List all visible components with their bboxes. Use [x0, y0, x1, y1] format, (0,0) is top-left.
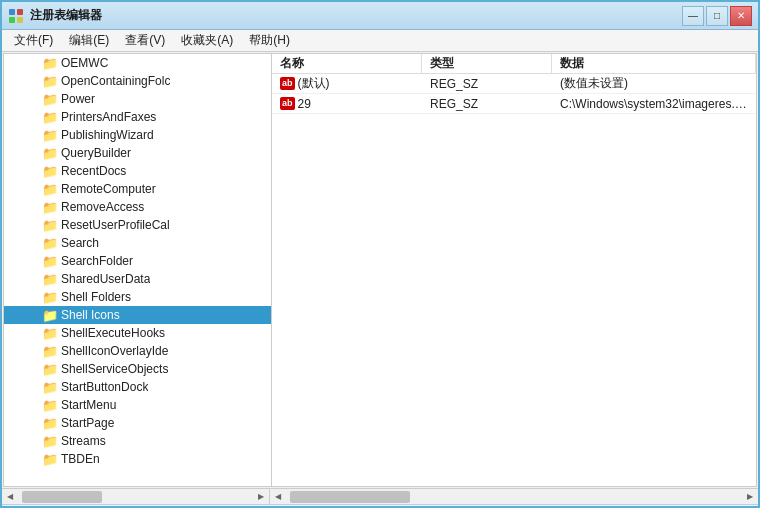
main-area: OEMWCOpenContainingFolcPowerPrintersAndF… — [3, 53, 757, 487]
tree-item[interactable]: TBDEn — [4, 450, 271, 468]
tree-item[interactable]: StartMenu — [4, 396, 271, 414]
tree-item[interactable]: ShellServiceObjects — [4, 360, 271, 378]
tree-item-label: SearchFolder — [61, 254, 133, 268]
rows-container: ab(默认)REG_SZ(数值未设置)ab29REG_SZC:\Windows\… — [272, 74, 756, 114]
table-row[interactable]: ab(默认)REG_SZ(数值未设置) — [272, 74, 756, 94]
folder-icon — [42, 217, 58, 233]
tree-item[interactable]: QueryBuilder — [4, 144, 271, 162]
tree-item[interactable]: Power — [4, 90, 271, 108]
right-scroll-track[interactable]: ◀ ▶ — [270, 489, 758, 504]
cell-type: REG_SZ — [422, 77, 552, 91]
window-title: 注册表编辑器 — [30, 7, 102, 24]
tree-expand-icon — [28, 416, 42, 430]
menu-file[interactable]: 文件(F) — [6, 30, 61, 51]
tree-item[interactable]: OpenContainingFolc — [4, 72, 271, 90]
tree-expand-icon — [28, 110, 42, 124]
tree-item[interactable]: StartButtonDock — [4, 378, 271, 396]
tree-item-label: RemoteComputer — [61, 182, 156, 196]
tree-item-label: Shell Folders — [61, 290, 131, 304]
folder-icon — [42, 163, 58, 179]
scroll-right-arrow2[interactable]: ▶ — [742, 489, 758, 504]
tree-panel[interactable]: OEMWCOpenContainingFolcPowerPrintersAndF… — [4, 54, 272, 486]
menu-edit[interactable]: 编辑(E) — [61, 30, 117, 51]
app-window: 注册表编辑器 — □ ✕ 文件(F) 编辑(E) 查看(V) 收藏夹(A) 帮助… — [0, 0, 760, 508]
tree-item[interactable]: SearchFolder — [4, 252, 271, 270]
folder-icon — [42, 289, 58, 305]
folder-icon — [42, 73, 58, 89]
menu-favorites[interactable]: 收藏夹(A) — [173, 30, 241, 51]
tree-item[interactable]: RemoteComputer — [4, 180, 271, 198]
right-scroll-thumb[interactable] — [290, 491, 410, 503]
tree-expand-icon — [28, 308, 42, 322]
tree-item[interactable]: StartPage — [4, 414, 271, 432]
tree-scroll-track[interactable]: ◀ ▶ — [2, 489, 269, 504]
tree-item[interactable]: SharedUserData — [4, 270, 271, 288]
tree-expand-icon — [28, 146, 42, 160]
tree-item-label: Streams — [61, 434, 106, 448]
svg-rect-0 — [9, 9, 15, 15]
right-hscrollbar[interactable]: ◀ ▶ — [270, 489, 758, 504]
col-data[interactable]: 数据 — [552, 54, 756, 73]
folder-icon — [42, 343, 58, 359]
folder-icon — [42, 271, 58, 287]
right-body: ab(默认)REG_SZ(数值未设置)ab29REG_SZC:\Windows\… — [272, 74, 756, 486]
tree-item[interactable]: RecentDocs — [4, 162, 271, 180]
scroll-left-arrow2[interactable]: ◀ — [270, 489, 286, 504]
tree-item-label: OEMWC — [61, 56, 108, 70]
cell-data: C:\Windows\system32\imageres.dll,197 — [552, 97, 756, 111]
window-controls: — □ ✕ — [682, 6, 752, 26]
folder-icon — [42, 415, 58, 431]
tree-expand-icon — [28, 452, 42, 466]
cell-data: (数值未设置) — [552, 75, 756, 92]
folder-icon — [42, 325, 58, 341]
tree-item[interactable]: ShellIconOverlayIde — [4, 342, 271, 360]
tree-item-label: ShellExecuteHooks — [61, 326, 165, 340]
tree-item[interactable]: Shell Folders — [4, 288, 271, 306]
menu-view[interactable]: 查看(V) — [117, 30, 173, 51]
tree-item[interactable]: OEMWC — [4, 54, 271, 72]
folder-icon — [42, 361, 58, 377]
col-name[interactable]: 名称 — [272, 54, 422, 73]
scroll-right-arrow[interactable]: ▶ — [253, 489, 269, 504]
maximize-button[interactable]: □ — [706, 6, 728, 26]
tree-item[interactable]: ShellExecuteHooks — [4, 324, 271, 342]
menu-help[interactable]: 帮助(H) — [241, 30, 298, 51]
tree-item[interactable]: ResetUserProfileCal — [4, 216, 271, 234]
scroll-left-arrow[interactable]: ◀ — [2, 489, 18, 504]
col-type[interactable]: 类型 — [422, 54, 552, 73]
tree-hscrollbar[interactable]: ◀ ▶ — [2, 489, 270, 504]
tree-expand-icon — [28, 254, 42, 268]
tree-expand-icon — [28, 74, 42, 88]
tree-item-label: Power — [61, 92, 95, 106]
tree-expand-icon — [28, 272, 42, 286]
tree-item-label: TBDEn — [61, 452, 100, 466]
folder-icon — [42, 181, 58, 197]
tree-item-label: RecentDocs — [61, 164, 126, 178]
tree-item[interactable]: PrintersAndFaxes — [4, 108, 271, 126]
tree-item[interactable]: Shell Icons — [4, 306, 271, 324]
tree-container: OEMWCOpenContainingFolcPowerPrintersAndF… — [4, 54, 271, 468]
folder-icon — [42, 253, 58, 269]
folder-icon — [42, 91, 58, 107]
status-bar: 计算机\HKEY_LOCAL_MACHINE\SOFTWARE\Microsof… — [2, 504, 758, 508]
title-bar-left: 注册表编辑器 — [8, 7, 102, 24]
tree-expand-icon — [28, 362, 42, 376]
tree-item[interactable]: RemoveAccess — [4, 198, 271, 216]
cell-name: ab(默认) — [272, 75, 422, 92]
tree-item-label: ResetUserProfileCal — [61, 218, 170, 232]
tree-item[interactable]: Streams — [4, 432, 271, 450]
tree-item-label: PublishingWizard — [61, 128, 154, 142]
folder-icon — [42, 109, 58, 125]
tree-item[interactable]: Search — [4, 234, 271, 252]
title-bar: 注册表编辑器 — □ ✕ — [2, 2, 758, 30]
tree-expand-icon — [28, 218, 42, 232]
tree-expand-icon — [28, 380, 42, 394]
tree-expand-icon — [28, 164, 42, 178]
tree-scroll-thumb[interactable] — [22, 491, 102, 503]
horizontal-scrollbar[interactable]: ◀ ▶ ◀ ▶ — [2, 488, 758, 504]
tree-expand-icon — [28, 182, 42, 196]
close-button[interactable]: ✕ — [730, 6, 752, 26]
tree-item[interactable]: PublishingWizard — [4, 126, 271, 144]
minimize-button[interactable]: — — [682, 6, 704, 26]
table-row[interactable]: ab29REG_SZC:\Windows\system32\imageres.d… — [272, 94, 756, 114]
